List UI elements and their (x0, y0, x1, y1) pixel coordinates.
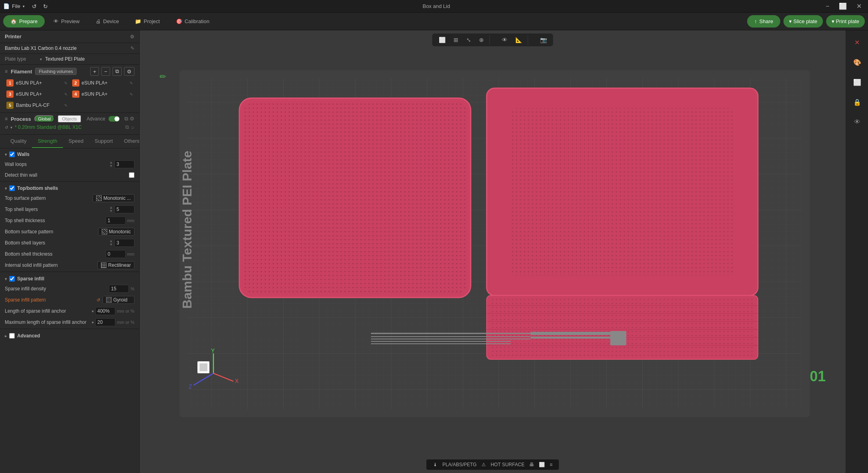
slice-plate-button[interactable]: ▾ Slice plate (783, 15, 823, 28)
bottom-surface-pattern-icon (102, 229, 107, 235)
sparse-infill-section-header[interactable]: ▾ Sparse infill (0, 273, 139, 283)
max-sparse-anchor-input[interactable] (95, 318, 115, 326)
rp-eye-button[interactable]: 👁 (848, 113, 866, 131)
tab-others[interactable]: Others (118, 135, 140, 148)
advanced-checkbox[interactable] (9, 333, 15, 339)
file-menu[interactable]: 📄 File ▾ (3, 3, 25, 9)
copy-filament-button[interactable]: ⧉ (112, 67, 122, 76)
svg-rect-9 (243, 102, 467, 294)
svg-rect-31 (199, 363, 207, 371)
top-shell-thickness-input[interactable] (106, 217, 126, 225)
plate-type-row: Plate type ▾ Textured PEI Plate (0, 54, 139, 65)
filament-edit-5[interactable]: ✎ (64, 103, 67, 108)
print-plate-button[interactable]: ▾ Print plate (826, 15, 865, 28)
profile-save-icon[interactable]: ⧉ (125, 124, 129, 130)
rp-lock-button[interactable]: 🔒 (848, 93, 866, 111)
material-label: PLA/ABS/PETG (442, 462, 477, 467)
topbottom-section-header[interactable]: ▾ Top/bottom shells (0, 182, 139, 193)
filament-name-3: eSUN PLA+ (16, 91, 62, 97)
plate-type-value[interactable]: Textured PEI Plate (45, 56, 85, 62)
tab-prepare[interactable]: 🏠 Prepare (3, 15, 45, 28)
profile-icons: ⧉ ⌕ (125, 124, 134, 130)
advanced-section-header[interactable]: ▸ Advanced (0, 330, 139, 340)
walls-checkbox[interactable] (9, 152, 15, 157)
sparse-infill-density-value: % (109, 285, 134, 293)
filament-item-3: 3 eSUN PLA+ ✎ (5, 89, 69, 99)
advanced-chevron-icon: ▸ (5, 334, 7, 338)
sparse-infill-anchor-value: ▾ mm or % (92, 307, 134, 315)
filament-item-2: 2 eSUN PLA+ ✎ (71, 78, 135, 88)
filament-edit-3[interactable]: ✎ (64, 92, 67, 97)
bottom-shell-thickness-input[interactable] (106, 250, 126, 258)
rp-layers-button[interactable]: ⬜ (848, 73, 866, 91)
undo-button[interactable]: ↺ (30, 2, 39, 11)
sparse-infill-pattern-button[interactable]: Gyroid (103, 296, 134, 304)
wall-loops-input[interactable] (114, 160, 134, 168)
bottom-surface-pattern-button[interactable]: Monotonic (98, 228, 134, 236)
topbottom-checkbox[interactable] (9, 185, 15, 191)
slice-chevron-icon: ▾ (789, 18, 792, 24)
tab-device[interactable]: 🖨 Device (89, 15, 126, 28)
flushing-volumes-button[interactable]: Flushing volumes (35, 68, 77, 75)
maximize-button[interactable]: ⬜ (836, 2, 850, 11)
sparse-infill-chevron-icon: ▾ (5, 277, 7, 281)
printer-edit-icon[interactable]: ✎ (130, 45, 134, 51)
sparse-infill-label: Sparse infill (17, 276, 44, 282)
tab-support[interactable]: Support (89, 135, 118, 148)
bottom-shell-layers-value: ▲ ▼ (108, 239, 134, 247)
device-icon: 🖨 (96, 18, 101, 24)
top-shell-layers-input[interactable] (114, 205, 134, 213)
internal-solid-infill-label: Internal solid infill pattern (5, 262, 97, 268)
material-icon: 🌡 (433, 462, 438, 467)
rp-paint-button[interactable]: 🎨 (848, 53, 866, 71)
profile-name[interactable]: * 0.20mm Standard @BBL X1C (15, 124, 123, 130)
filament-edit-2[interactable]: ✎ (130, 81, 133, 85)
top-surface-pattern-button[interactable]: Monotonic ... (93, 194, 134, 202)
sparse-infill-checkbox[interactable] (9, 276, 15, 282)
menu-area: 📄 File ▾ ↺ ↻ (3, 2, 50, 11)
file-icon: 📄 (3, 3, 10, 9)
advance-toggle[interactable] (108, 116, 120, 122)
hot-surface-label: HOT SURFACE (491, 462, 525, 467)
top-surface-pattern-row: Top surface pattern Monotonic ... (0, 193, 139, 204)
remove-filament-button[interactable]: − (101, 67, 110, 76)
internal-solid-infill-button[interactable]: Rectilinear (97, 261, 134, 269)
rp-close-button[interactable]: ✕ (848, 34, 866, 51)
svg-rect-15 (491, 298, 754, 356)
share-button[interactable]: ↑ Share (747, 15, 780, 28)
profile-search-icon[interactable]: ⌕ (131, 124, 134, 130)
process-objects-tag[interactable]: Objects (58, 115, 81, 122)
sparse-infill-pattern-row: Sparse infill pattern ↺ Gyroid (0, 294, 139, 305)
svg-text:Bambu Textured PEI Plate: Bambu Textured PEI Plate (180, 151, 194, 309)
tab-strength[interactable]: Strength (32, 135, 63, 148)
bottom-shell-layers-input[interactable] (114, 239, 134, 247)
filament-settings-button[interactable]: ⚙ (124, 67, 134, 76)
close-button[interactable]: ✕ (853, 2, 865, 11)
tab-calibration[interactable]: 🎯 Calibration (169, 15, 217, 28)
detect-thin-wall-checkbox[interactable] (129, 172, 134, 178)
walls-section-header[interactable]: ▾ Walls (0, 148, 139, 159)
process-copy-icon[interactable]: ⧉ (124, 116, 128, 122)
tab-quality[interactable]: Quality (5, 135, 32, 148)
process-global-tag[interactable]: Global (34, 115, 55, 122)
tab-project[interactable]: 📁 Project (128, 15, 167, 28)
printer-settings-icon[interactable]: ⚙ (130, 34, 134, 39)
add-filament-button[interactable]: + (90, 67, 99, 76)
bottom-surface-pattern-label: Bottom surface pattern (5, 229, 98, 235)
process-config-icon[interactable]: ⚙ (130, 116, 134, 122)
filament-edit-4[interactable]: ✎ (130, 92, 133, 97)
sparse-infill-density-input[interactable] (109, 285, 129, 293)
bottom-shell-layers-down[interactable]: ▼ (108, 243, 114, 246)
filament-name-2: eSUN PLA+ (82, 80, 128, 86)
tab-speed[interactable]: Speed (63, 135, 89, 148)
tab-preview[interactable]: 👁 Preview (46, 15, 87, 28)
minimize-button[interactable]: − (823, 2, 832, 11)
top-shell-layers-down[interactable]: ▼ (108, 209, 114, 213)
title-bar: 📄 File ▾ ↺ ↻ Box and Lid − ⬜ ✕ (0, 0, 868, 13)
wall-loops-down[interactable]: ▼ (108, 164, 114, 168)
filament-edit-1[interactable]: ✎ (64, 81, 67, 85)
sparse-infill-anchor-input[interactable] (95, 307, 115, 315)
paint-icon: 🎨 (853, 59, 861, 66)
redo-button[interactable]: ↻ (41, 2, 50, 11)
window-controls: − ⬜ ✕ (823, 2, 865, 11)
